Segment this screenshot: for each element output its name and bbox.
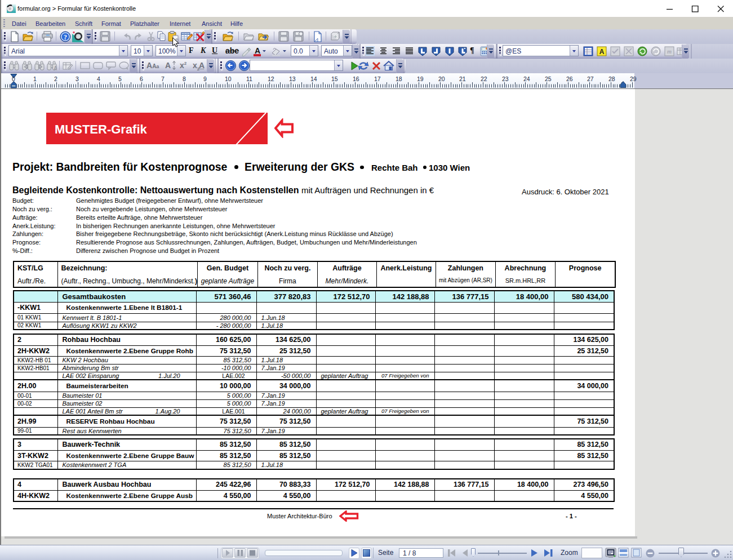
svg-text:m: m [667,48,672,55]
svg-text:A: A [54,65,57,71]
svg-text:A: A [599,48,605,56]
svg-text:?: ? [64,33,67,41]
